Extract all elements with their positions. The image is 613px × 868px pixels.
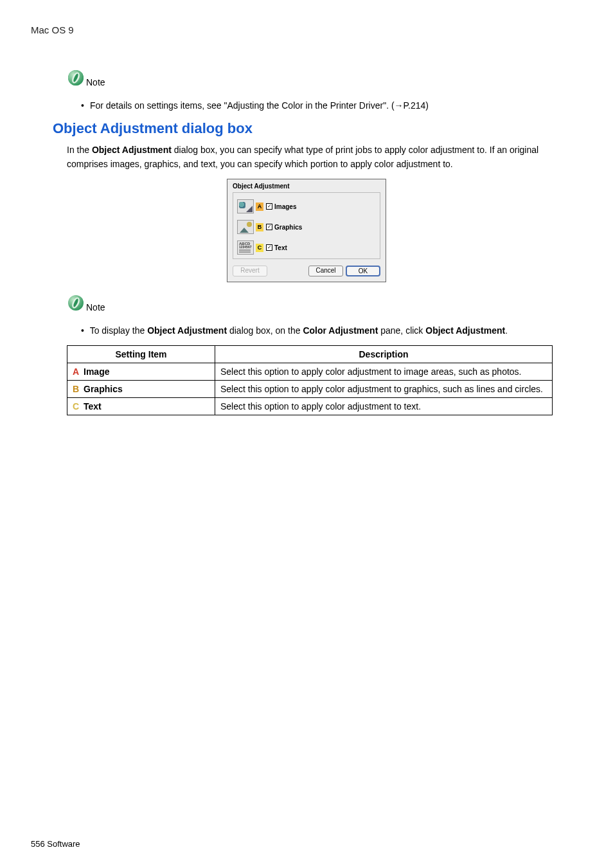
- note-label: Note: [86, 302, 105, 314]
- note-block-1: Note: [67, 69, 582, 89]
- row-name: Image: [84, 366, 109, 377]
- row-marker: A: [73, 366, 79, 377]
- intro-bold: Object Adjustment: [92, 145, 172, 155]
- checkbox-images[interactable]: ✓: [266, 203, 272, 210]
- ok-button[interactable]: OK: [346, 266, 380, 276]
- dialog-row-images: A ✓ Images: [237, 199, 376, 213]
- dialog-title: Object Adjustment: [227, 179, 386, 192]
- n2-pre: To display the: [90, 325, 148, 336]
- checkbox-text[interactable]: ✓: [266, 244, 272, 251]
- n2-b1: Object Adjustment: [147, 325, 227, 336]
- row-name: Graphics: [84, 384, 123, 394]
- dialog-screenshot: Object Adjustment A ✓ Images B ✓ Graphic…: [31, 179, 582, 282]
- intro-t1: In the: [67, 145, 92, 155]
- th-setting-item: Setting Item: [67, 346, 215, 363]
- note-1-text: • For details on settings items, see "Ad…: [81, 99, 582, 113]
- note-2-text: • To display the Object Adjustment dialo…: [81, 324, 582, 338]
- checkbox-graphics[interactable]: ✓: [266, 224, 272, 230]
- intro-paragraph: In the Object Adjustment dialog box, you…: [67, 143, 553, 171]
- description-cell: Select this option to apply color adjust…: [215, 363, 553, 381]
- row-name: Text: [84, 401, 102, 411]
- n2-m2: pane, click: [378, 325, 425, 336]
- n2-b2: Color Adjustment: [303, 325, 378, 336]
- table-row: A ImageSelect this option to apply color…: [67, 363, 553, 381]
- breadcrumb: Mac OS 9: [31, 24, 582, 35]
- images-label: Images: [274, 203, 296, 210]
- dialog-row-graphics: B ✓ Graphics: [237, 220, 376, 234]
- text-label: Text: [274, 244, 287, 251]
- row-marker: B: [73, 384, 79, 394]
- th-description: Description: [215, 346, 553, 363]
- settings-table: Setting Item Description A ImageSelect t…: [67, 345, 553, 415]
- thumb-graphics-icon: [237, 220, 254, 234]
- description-cell: Select this option to apply color adjust…: [215, 381, 553, 398]
- page-footer: 556 Software: [31, 839, 80, 849]
- n2-post: .: [505, 325, 508, 336]
- setting-item-cell: B Graphics: [67, 381, 215, 398]
- revert-button: Revert: [233, 266, 267, 276]
- tag-a-icon: A: [256, 203, 263, 211]
- object-adjustment-dialog: Object Adjustment A ✓ Images B ✓ Graphic…: [227, 179, 386, 282]
- n2-b3: Object Adjustment: [425, 325, 505, 336]
- note-block-2: Note: [67, 294, 582, 314]
- description-cell: Select this option to apply color adjust…: [215, 398, 553, 415]
- graphics-label: Graphics: [274, 224, 302, 231]
- cancel-button[interactable]: Cancel: [308, 266, 343, 276]
- section-heading: Object Adjustment dialog box: [53, 120, 582, 137]
- dialog-row-text: ABCD 1234567 C ✓ Text: [237, 240, 376, 255]
- thumb-text-icon: ABCD 1234567: [237, 240, 254, 255]
- row-marker: C: [73, 401, 79, 411]
- note-1-content: For details on settings items, see "Adju…: [90, 100, 429, 111]
- n2-m1: dialog box, on the: [227, 325, 303, 336]
- setting-item-cell: A Image: [67, 363, 215, 381]
- note-icon: [67, 294, 85, 314]
- thumb-nums: 1234567: [239, 245, 251, 249]
- thumb-images-icon: [237, 199, 254, 213]
- tag-c-icon: C: [256, 244, 263, 252]
- note-icon: [67, 69, 85, 89]
- setting-item-cell: C Text: [67, 398, 215, 415]
- tag-b-icon: B: [256, 223, 263, 231]
- table-row: B GraphicsSelect this option to apply co…: [67, 381, 553, 398]
- table-row: C TextSelect this option to apply color …: [67, 398, 553, 415]
- note-label: Note: [86, 77, 105, 89]
